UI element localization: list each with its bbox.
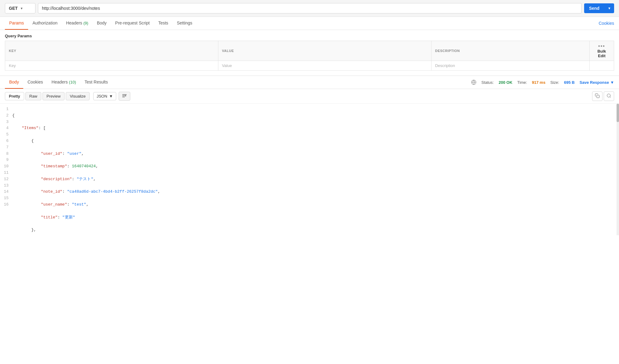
code-area: 1 2 3 4 5 6 7 8 9 10 11 12 13 14 15 16 {… [0, 104, 619, 235]
desc-placeholder: Description [435, 63, 455, 68]
preview-button[interactable]: Preview [43, 92, 65, 100]
size-value: 695 B [564, 80, 575, 85]
desc-cell[interactable]: Description [431, 61, 589, 71]
cookies-link[interactable]: Cookies [599, 21, 614, 26]
col-header-actions: ••• Bulk Edit [590, 41, 614, 61]
query-params-label: Query Params [5, 34, 614, 38]
response-tabs-bar: Body Cookies Headers (10) Test Results S… [0, 76, 619, 89]
response-tab-test-results[interactable]: Test Results [80, 76, 112, 89]
send-label: Send [584, 6, 604, 11]
wrap-icon [122, 94, 127, 98]
search-icon [606, 93, 611, 98]
response-tab-body[interactable]: Body [5, 76, 23, 89]
save-response-button[interactable]: Save Response ▼ [580, 80, 614, 85]
scrollbar-track[interactable] [617, 104, 619, 235]
col-header-value: VALUE [218, 41, 431, 61]
send-chevron-icon[interactable]: ▼ [605, 6, 614, 10]
copy-icon [595, 93, 600, 98]
tab-body[interactable]: Body [93, 17, 111, 30]
section-divider [0, 71, 619, 76]
tab-headers[interactable]: Headers (9) [62, 17, 93, 30]
format-chevron-icon: ▼ [109, 94, 113, 98]
bulk-edit-button[interactable]: Bulk Edit [593, 49, 610, 58]
params-table: KEY VALUE DESCRIPTION ••• Bulk Edit Key … [5, 41, 614, 71]
svg-point-6 [607, 94, 610, 97]
response-status-area: Status: 200 OK Time: 917 ms Size: 695 B … [471, 80, 614, 85]
response-body-toolbar: Pretty Raw Preview Visualize JSON ▼ [0, 89, 619, 104]
response-tab-headers[interactable]: Headers (10) [47, 76, 80, 89]
scrollbar-thumb[interactable] [617, 104, 619, 122]
tab-params[interactable]: Params [5, 17, 28, 30]
actions-cell [590, 61, 614, 71]
globe-icon [471, 80, 476, 85]
method-select[interactable]: GET ▼ [5, 3, 35, 13]
key-cell[interactable]: Key [5, 61, 218, 71]
wrap-button[interactable] [119, 92, 130, 101]
table-row: Key Value Description [5, 61, 614, 71]
time-value: 917 ms [532, 80, 545, 85]
col-header-key: KEY [5, 41, 218, 61]
method-label: GET [9, 6, 18, 11]
tab-tests[interactable]: Tests [154, 17, 172, 30]
top-bar: GET ▼ Send ▼ [0, 0, 619, 17]
response-section: Body Cookies Headers (10) Test Results S… [0, 76, 619, 235]
query-params-section: Query Params KEY VALUE DESCRIPTION ••• B… [0, 30, 619, 71]
svg-rect-5 [597, 95, 599, 98]
save-response-chevron-icon: ▼ [610, 80, 614, 85]
response-tab-cookies[interactable]: Cookies [23, 76, 47, 89]
format-label: JSON [97, 94, 107, 98]
time-label: Time: [517, 80, 527, 85]
copy-button[interactable] [592, 91, 602, 101]
search-button[interactable] [604, 91, 614, 101]
raw-button[interactable]: Raw [25, 92, 41, 100]
code-content: { "Items": [ { "user_id": "user", "times… [12, 106, 619, 233]
status-label: Status: [481, 80, 494, 85]
status-value: 200 OK [499, 80, 512, 85]
url-input[interactable] [38, 3, 582, 13]
tab-prerequest[interactable]: Pre-request Script [111, 17, 154, 30]
tab-authorization[interactable]: Authorization [28, 17, 62, 30]
format-select[interactable]: JSON ▼ [93, 92, 117, 100]
svg-line-7 [610, 97, 611, 98]
more-options-icon[interactable]: ••• [598, 43, 605, 49]
method-chevron-icon: ▼ [20, 7, 23, 10]
col-header-desc: DESCRIPTION [431, 41, 589, 61]
line-numbers: 1 2 3 4 5 6 7 8 9 10 11 12 13 14 15 16 [0, 106, 12, 233]
key-placeholder: Key [9, 63, 16, 68]
send-button[interactable]: Send ▼ [584, 3, 614, 13]
pretty-button[interactable]: Pretty [5, 92, 24, 100]
tab-settings[interactable]: Settings [172, 17, 197, 30]
value-placeholder: Value [222, 63, 232, 68]
size-label: Size: [550, 80, 559, 85]
request-tabs: Params Authorization Headers (9) Body Pr… [0, 17, 619, 30]
visualize-button[interactable]: Visualize [66, 92, 90, 100]
value-cell[interactable]: Value [218, 61, 431, 71]
